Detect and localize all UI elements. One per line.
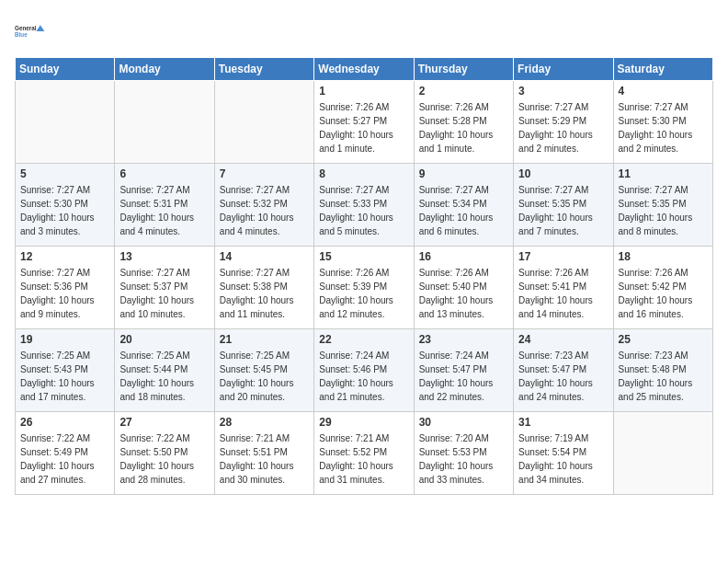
- svg-text:General: General: [15, 25, 37, 31]
- table-cell: 17Sunrise: 7:26 AMSunset: 5:41 PMDayligh…: [514, 247, 613, 329]
- table-cell: 7Sunrise: 7:27 AMSunset: 5:32 PMDaylight…: [214, 164, 313, 247]
- weekday-thursday: Thursday: [414, 58, 513, 81]
- logo-icon: GeneralBlue: [15, 15, 48, 48]
- day-info: Sunrise: 7:27 AMSunset: 5:36 PMDaylight:…: [20, 266, 109, 321]
- day-info: Sunrise: 7:22 AMSunset: 5:49 PMDaylight:…: [20, 431, 109, 487]
- table-cell: 28Sunrise: 7:21 AMSunset: 5:51 PMDayligh…: [214, 412, 313, 495]
- table-cell: 21Sunrise: 7:25 AMSunset: 5:45 PMDayligh…: [214, 329, 313, 412]
- day-number: 17: [518, 250, 608, 263]
- table-cell: [115, 81, 214, 164]
- table-cell: 27Sunrise: 7:22 AMSunset: 5:50 PMDayligh…: [115, 412, 214, 495]
- day-info: Sunrise: 7:27 AMSunset: 5:35 PMDaylight:…: [619, 183, 708, 238]
- day-info: Sunrise: 7:23 AMSunset: 5:47 PMDaylight:…: [518, 349, 608, 404]
- table-cell: 22Sunrise: 7:24 AMSunset: 5:46 PMDayligh…: [314, 329, 414, 412]
- table-cell: 11Sunrise: 7:27 AMSunset: 5:35 PMDayligh…: [613, 164, 712, 247]
- table-cell: 1Sunrise: 7:26 AMSunset: 5:27 PMDaylight…: [314, 81, 414, 164]
- day-number: 11: [619, 167, 708, 180]
- day-number: 13: [119, 250, 209, 263]
- day-number: 10: [518, 167, 608, 180]
- calendar-table: SundayMondayTuesdayWednesdayThursdayFrid…: [15, 57, 713, 495]
- weekday-sunday: Sunday: [16, 58, 115, 81]
- day-number: 9: [419, 167, 508, 180]
- day-number: 20: [119, 333, 209, 346]
- table-cell: 13Sunrise: 7:27 AMSunset: 5:37 PMDayligh…: [115, 247, 214, 329]
- week-row-5: 26Sunrise: 7:22 AMSunset: 5:49 PMDayligh…: [16, 412, 713, 495]
- day-info: Sunrise: 7:27 AMSunset: 5:35 PMDaylight:…: [518, 183, 608, 238]
- day-info: Sunrise: 7:26 AMSunset: 5:27 PMDaylight:…: [319, 100, 408, 155]
- table-cell: 31Sunrise: 7:19 AMSunset: 5:54 PMDayligh…: [514, 412, 613, 495]
- weekday-header-row: SundayMondayTuesdayWednesdayThursdayFrid…: [16, 58, 713, 81]
- day-info: Sunrise: 7:26 AMSunset: 5:39 PMDaylight:…: [319, 266, 408, 321]
- day-info: Sunrise: 7:27 AMSunset: 5:32 PMDaylight:…: [220, 183, 309, 238]
- day-info: Sunrise: 7:27 AMSunset: 5:38 PMDaylight:…: [220, 266, 309, 321]
- day-number: 26: [20, 416, 109, 429]
- day-number: 3: [518, 85, 608, 98]
- day-info: Sunrise: 7:27 AMSunset: 5:30 PMDaylight:…: [619, 100, 708, 155]
- day-info: Sunrise: 7:24 AMSunset: 5:47 PMDaylight:…: [419, 349, 508, 404]
- day-number: 4: [619, 85, 708, 98]
- table-cell: 30Sunrise: 7:20 AMSunset: 5:53 PMDayligh…: [414, 412, 513, 495]
- day-info: Sunrise: 7:27 AMSunset: 5:29 PMDaylight:…: [518, 100, 608, 155]
- week-row-1: 1Sunrise: 7:26 AMSunset: 5:27 PMDaylight…: [16, 81, 713, 164]
- table-cell: 9Sunrise: 7:27 AMSunset: 5:34 PMDaylight…: [414, 164, 513, 247]
- logo: GeneralBlue: [15, 15, 48, 48]
- svg-text:Blue: Blue: [15, 31, 28, 38]
- day-info: Sunrise: 7:21 AMSunset: 5:51 PMDaylight:…: [220, 431, 309, 487]
- day-info: Sunrise: 7:27 AMSunset: 5:34 PMDaylight:…: [419, 183, 508, 238]
- table-cell: 10Sunrise: 7:27 AMSunset: 5:35 PMDayligh…: [514, 164, 613, 247]
- day-number: 24: [518, 333, 608, 346]
- table-cell: 8Sunrise: 7:27 AMSunset: 5:33 PMDaylight…: [314, 164, 414, 247]
- day-number: 1: [319, 85, 408, 98]
- table-cell: [214, 81, 313, 164]
- table-cell: 23Sunrise: 7:24 AMSunset: 5:47 PMDayligh…: [414, 329, 513, 412]
- day-number: 18: [619, 250, 708, 263]
- day-number: 5: [20, 167, 109, 180]
- table-cell: 26Sunrise: 7:22 AMSunset: 5:49 PMDayligh…: [16, 412, 115, 495]
- day-number: 14: [220, 250, 309, 263]
- table-cell: 5Sunrise: 7:27 AMSunset: 5:30 PMDaylight…: [16, 164, 115, 247]
- day-info: Sunrise: 7:27 AMSunset: 5:30 PMDaylight:…: [20, 183, 109, 238]
- day-number: 30: [419, 416, 508, 429]
- svg-marker-2: [36, 25, 44, 31]
- day-info: Sunrise: 7:27 AMSunset: 5:33 PMDaylight:…: [319, 183, 408, 238]
- table-cell: 2Sunrise: 7:26 AMSunset: 5:28 PMDaylight…: [414, 81, 513, 164]
- day-info: Sunrise: 7:26 AMSunset: 5:28 PMDaylight:…: [419, 100, 508, 155]
- table-cell: 12Sunrise: 7:27 AMSunset: 5:36 PMDayligh…: [16, 247, 115, 329]
- table-cell: 19Sunrise: 7:25 AMSunset: 5:43 PMDayligh…: [16, 329, 115, 412]
- day-info: Sunrise: 7:20 AMSunset: 5:53 PMDaylight:…: [419, 431, 508, 487]
- week-row-2: 5Sunrise: 7:27 AMSunset: 5:30 PMDaylight…: [16, 164, 713, 247]
- day-number: 27: [119, 416, 209, 429]
- table-cell: [613, 412, 712, 495]
- day-number: 31: [518, 416, 608, 429]
- table-cell: 24Sunrise: 7:23 AMSunset: 5:47 PMDayligh…: [514, 329, 613, 412]
- day-number: 2: [419, 85, 508, 98]
- weekday-wednesday: Wednesday: [314, 58, 414, 81]
- weekday-saturday: Saturday: [613, 58, 712, 81]
- day-info: Sunrise: 7:21 AMSunset: 5:52 PMDaylight:…: [319, 431, 408, 487]
- day-number: 28: [220, 416, 309, 429]
- week-row-4: 19Sunrise: 7:25 AMSunset: 5:43 PMDayligh…: [16, 329, 713, 412]
- day-number: 7: [220, 167, 309, 180]
- day-info: Sunrise: 7:25 AMSunset: 5:44 PMDaylight:…: [119, 349, 209, 404]
- day-info: Sunrise: 7:26 AMSunset: 5:42 PMDaylight:…: [619, 266, 708, 321]
- day-number: 25: [619, 333, 708, 346]
- table-cell: 25Sunrise: 7:23 AMSunset: 5:48 PMDayligh…: [613, 329, 712, 412]
- day-info: Sunrise: 7:26 AMSunset: 5:40 PMDaylight:…: [419, 266, 508, 321]
- day-number: 29: [319, 416, 408, 429]
- day-info: Sunrise: 7:19 AMSunset: 5:54 PMDaylight:…: [518, 431, 608, 487]
- header: GeneralBlue: [15, 15, 713, 48]
- day-number: 12: [20, 250, 109, 263]
- day-info: Sunrise: 7:27 AMSunset: 5:37 PMDaylight:…: [119, 266, 209, 321]
- table-cell: 18Sunrise: 7:26 AMSunset: 5:42 PMDayligh…: [613, 247, 712, 329]
- day-number: 15: [319, 250, 408, 263]
- day-number: 23: [419, 333, 508, 346]
- day-number: 6: [119, 167, 209, 180]
- day-info: Sunrise: 7:27 AMSunset: 5:31 PMDaylight:…: [119, 183, 209, 238]
- day-number: 19: [20, 333, 109, 346]
- day-number: 8: [319, 167, 408, 180]
- day-info: Sunrise: 7:25 AMSunset: 5:43 PMDaylight:…: [20, 349, 109, 404]
- table-cell: 16Sunrise: 7:26 AMSunset: 5:40 PMDayligh…: [414, 247, 513, 329]
- day-info: Sunrise: 7:22 AMSunset: 5:50 PMDaylight:…: [119, 431, 209, 487]
- table-cell: 20Sunrise: 7:25 AMSunset: 5:44 PMDayligh…: [115, 329, 214, 412]
- day-number: 21: [220, 333, 309, 346]
